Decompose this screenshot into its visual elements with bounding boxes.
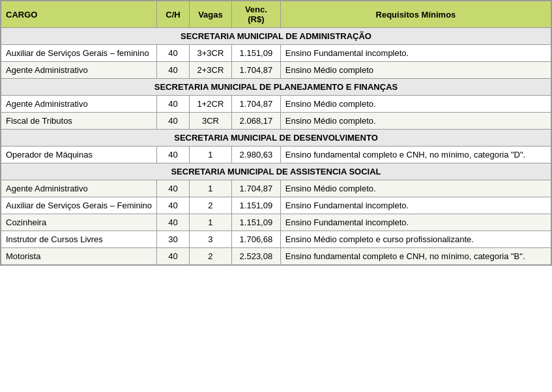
section-title: SECRETARIA MUNICIPAL DE ASSISTENCIA SOCI… <box>1 163 551 180</box>
cell-venc: 1.151,09 <box>231 214 280 231</box>
section-header-row: SECRETARIA MUNICIPAL DE DESENVOLVIMENTO <box>1 130 551 147</box>
header-ch: C/H <box>157 1 190 28</box>
cell-vagas: 3+3CR <box>189 45 231 62</box>
cell-req: Ensino Médio completo. <box>280 96 551 113</box>
cell-req: Ensino fundamental completo e CNH, no mí… <box>280 147 551 163</box>
table-row: Operador de Máquinas4012.980,63Ensino fu… <box>1 147 551 163</box>
cell-venc: 1.151,09 <box>231 45 280 62</box>
table-row: Auxiliar de Serviços Gerais – feminino40… <box>1 45 551 62</box>
cell-ch: 30 <box>157 231 190 248</box>
section-header-row: SECRETARIA MUNICIPAL DE ADMINISTRAÇÃO <box>1 28 551 45</box>
table-row: Agente Administrativo4011.704,87Ensino M… <box>1 180 551 197</box>
cell-vagas: 1 <box>189 214 231 231</box>
cell-ch: 40 <box>157 180 190 197</box>
table-row: Agente Administrativo402+3CR1.704,87Ensi… <box>1 62 551 79</box>
cell-cargo: Auxiliar de Serviços Gerais – feminino <box>1 45 157 62</box>
table-row: Agente Administrativo401+2CR1.704,87Ensi… <box>1 96 551 113</box>
cell-venc: 2.980,63 <box>231 147 280 163</box>
cell-cargo: Agente Administrativo <box>1 180 157 197</box>
cell-venc: 1.151,09 <box>231 197 280 214</box>
cell-cargo: Agente Administrativo <box>1 62 157 79</box>
table-row: Instrutor de Cursos Livres3031.706,68Ens… <box>1 231 551 248</box>
section-title: SECRETARIA MUNICIPAL DE DESENVOLVIMENTO <box>1 130 551 147</box>
section-title: SECRETARIA MUNICIPAL DE PLANEJAMENTO E F… <box>1 79 551 96</box>
cell-ch: 40 <box>157 113 190 130</box>
main-table-container: CARGO C/H Vagas Venc. (R$) Requisitos Mí… <box>0 0 552 266</box>
cell-ch: 40 <box>157 45 190 62</box>
cell-vagas: 3 <box>189 231 231 248</box>
cell-req: Ensino Médio completo <box>280 62 551 79</box>
cell-ch: 40 <box>157 214 190 231</box>
cell-venc: 1.704,87 <box>231 180 280 197</box>
header-cargo: CARGO <box>1 1 157 28</box>
cell-vagas: 1 <box>189 180 231 197</box>
cell-req: Ensino Fundamental incompleto. <box>280 45 551 62</box>
cell-cargo: Agente Administrativo <box>1 96 157 113</box>
cell-cargo: Cozinheira <box>1 214 157 231</box>
cell-vagas: 2 <box>189 248 231 265</box>
section-header-row: SECRETARIA MUNICIPAL DE ASSISTENCIA SOCI… <box>1 163 551 180</box>
cell-venc: 2.523,08 <box>231 248 280 265</box>
cell-ch: 40 <box>157 96 190 113</box>
cell-req: Ensino Médio completo e curso profission… <box>280 231 551 248</box>
cargo-table: CARGO C/H Vagas Venc. (R$) Requisitos Mí… <box>1 1 551 265</box>
cell-req: Ensino Fundamental incompleto. <box>280 214 551 231</box>
header-venc: Venc. (R$) <box>231 1 280 28</box>
cell-cargo: Fiscal de Tributos <box>1 113 157 130</box>
cell-cargo: Operador de Máquinas <box>1 147 157 163</box>
cell-venc: 1.704,87 <box>231 62 280 79</box>
cell-req: Ensino fundamental completo e CNH, no mí… <box>280 248 551 265</box>
table-row: Motorista4022.523,08Ensino fundamental c… <box>1 248 551 265</box>
cell-cargo: Auxiliar de Serviços Gerais – Feminino <box>1 197 157 214</box>
cell-venc: 2.068,17 <box>231 113 280 130</box>
table-body: SECRETARIA MUNICIPAL DE ADMINISTRAÇÃOAux… <box>1 28 551 265</box>
cell-cargo: Instrutor de Cursos Livres <box>1 231 157 248</box>
cell-cargo: Motorista <box>1 248 157 265</box>
cell-req: Ensino Médio completo. <box>280 113 551 130</box>
cell-venc: 1.704,87 <box>231 96 280 113</box>
section-title: SECRETARIA MUNICIPAL DE ADMINISTRAÇÃO <box>1 28 551 45</box>
cell-ch: 40 <box>157 197 190 214</box>
table-row: Auxiliar de Serviços Gerais – Feminino40… <box>1 197 551 214</box>
cell-venc: 1.706,68 <box>231 231 280 248</box>
header-req: Requisitos Mínimos <box>280 1 551 28</box>
cell-vagas: 3CR <box>189 113 231 130</box>
cell-ch: 40 <box>157 62 190 79</box>
header-row: CARGO C/H Vagas Venc. (R$) Requisitos Mí… <box>1 1 551 28</box>
cell-ch: 40 <box>157 147 190 163</box>
cell-vagas: 1+2CR <box>189 96 231 113</box>
section-header-row: SECRETARIA MUNICIPAL DE PLANEJAMENTO E F… <box>1 79 551 96</box>
cell-ch: 40 <box>157 248 190 265</box>
cell-vagas: 1 <box>189 147 231 163</box>
cell-req: Ensino Médio completo. <box>280 180 551 197</box>
cell-vagas: 2+3CR <box>189 62 231 79</box>
header-vagas: Vagas <box>189 1 231 28</box>
cell-req: Ensino Fundamental incompleto. <box>280 197 551 214</box>
cell-vagas: 2 <box>189 197 231 214</box>
table-row: Fiscal de Tributos403CR2.068,17Ensino Mé… <box>1 113 551 130</box>
table-row: Cozinheira4011.151,09Ensino Fundamental … <box>1 214 551 231</box>
